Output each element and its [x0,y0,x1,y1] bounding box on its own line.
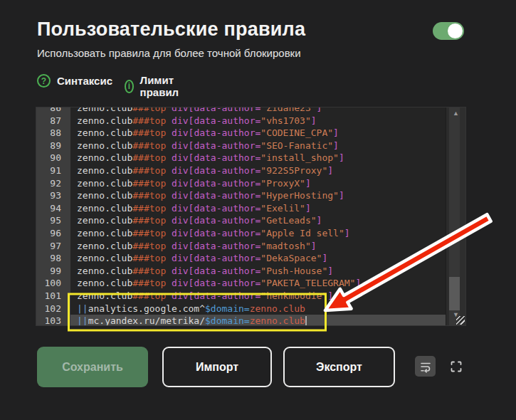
code-text[interactable]: zenno.club###top div[data-author="Apple … [70,227,446,240]
code-line[interactable]: 99zenno.club###top div[data-author="Push… [36,265,446,278]
line-number: 100 [36,277,70,290]
import-button[interactable]: Импорт [162,347,272,387]
line-number: 90 [36,152,70,164]
scrollbar-thumb[interactable] [449,277,460,310]
code-line[interactable]: 103||mc.yandex.ru/metrika/$domain=zenno.… [36,315,446,325]
line-number: 98 [36,252,70,265]
line-number: 102 [36,303,70,315]
toggle-knob [448,23,463,38]
export-button[interactable]: Экспорт [283,347,395,387]
code-text[interactable]: zenno.club###top div[data-author="Exelil… [70,202,446,215]
code-line[interactable]: 101zenno.club###top div[data-author="hen… [36,290,446,303]
scroll-up-icon[interactable]: ▲ [446,110,465,117]
page-subtitle: Использовать правила для более точной бл… [37,47,301,59]
line-number: 88 [36,127,70,140]
code-text[interactable]: ||mc.yandex.ru/metrika/$domain=zenno.clu… [70,315,446,325]
code-line[interactable]: 100zenno.club###top div[data-author="PAK… [36,277,446,290]
line-number: 93 [36,189,70,202]
line-number: 95 [36,214,70,227]
line-number: 99 [36,265,70,278]
code-line[interactable]: 102||analytics.google.com^$domain=zenno.… [36,303,446,315]
code-text[interactable]: zenno.club###top div[data-author="SEO-Fa… [70,140,446,152]
code-text[interactable]: zenno.club###top div[data-author="922S5P… [70,164,446,177]
code-text[interactable]: zenno.club###top div[data-author="Push-H… [70,265,446,278]
code-text[interactable]: zenno.club###top div[data-author="Zidane… [70,107,446,115]
page-title: Пользовательские правила [37,19,305,41]
rules-limit-label: Лимит правил [140,74,184,98]
line-number: 96 [36,227,70,240]
code-line[interactable]: 88zenno.club###top div[data-author="CODE… [36,127,446,140]
rules-code-editor[interactable]: 86zenno.club###top div[data-author="Zida… [36,107,466,326]
code-line[interactable]: 97zenno.club###top div[data-author="madt… [36,240,446,253]
code-text[interactable]: zenno.club###top div[data-author="instal… [70,152,446,164]
fullscreen-button[interactable] [446,357,465,376]
code-line[interactable]: 94zenno.club###top div[data-author="Exel… [36,202,446,215]
word-wrap-button[interactable] [415,356,436,377]
code-line[interactable]: 92zenno.club###top div[data-author="Prox… [36,177,446,190]
code-area[interactable]: 86zenno.club###top div[data-author="Zida… [36,107,446,325]
line-number: 97 [36,240,70,253]
word-wrap-icon [419,360,432,373]
code-text[interactable]: zenno.club###top div[data-author="henkmo… [70,290,446,303]
line-number: 94 [36,202,70,215]
rules-limit-link[interactable]: i Лимит правил [125,74,184,98]
code-text[interactable]: zenno.club###top div[data-author="CODEIN… [70,127,446,140]
rules-enabled-toggle[interactable] [433,22,464,40]
code-line[interactable]: 96zenno.club###top div[data-author="Appl… [36,227,446,240]
line-number: 92 [36,177,70,190]
code-text[interactable]: zenno.club###top div[data-author="DekaSp… [70,252,446,265]
line-number: 87 [36,115,70,127]
line-number: 86 [36,107,70,115]
code-lines: 86zenno.club###top div[data-author="Zida… [36,107,446,325]
resize-handle-icon[interactable] [456,316,465,325]
question-icon: ? [37,74,51,88]
code-text[interactable]: zenno.club###top div[data-author="PAKETA… [70,277,446,290]
line-number: 89 [36,140,70,152]
syntax-link[interactable]: ? Синтаксис [37,74,112,88]
syntax-link-label: Синтаксис [57,75,112,87]
info-icon: i [125,80,134,93]
code-line[interactable]: 86zenno.club###top div[data-author="Zida… [36,107,446,115]
text-cursor [305,316,307,325]
code-text[interactable]: zenno.club###top div[data-author="GetLea… [70,214,446,227]
code-line[interactable]: 93zenno.club###top div[data-author="Hype… [36,189,446,202]
code-line[interactable]: 91zenno.club###top div[data-author="922S… [36,164,446,177]
line-number: 101 [36,290,70,303]
code-text[interactable]: zenno.club###top div[data-author="vhs170… [70,115,446,127]
code-line[interactable]: 89zenno.club###top div[data-author="SEO-… [36,140,446,152]
vertical-scrollbar[interactable]: ▲ ▼ [446,107,465,325]
fullscreen-icon [449,359,463,374]
code-text[interactable]: zenno.club###top div[data-author="madtos… [70,240,446,253]
code-line[interactable]: 87zenno.club###top div[data-author="vhs1… [36,115,446,127]
code-line[interactable]: 98zenno.club###top div[data-author="Deka… [36,252,446,265]
code-text[interactable]: zenno.club###top div[data-author="HyperH… [70,189,446,202]
line-number: 103 [36,315,70,325]
save-button[interactable]: Сохранить [37,347,148,387]
code-line[interactable]: 95zenno.club###top div[data-author="GetL… [36,214,446,227]
line-number: 91 [36,164,70,177]
code-text[interactable]: zenno.club###top div[data-author="ProxyX… [70,177,446,190]
code-line[interactable]: 90zenno.club###top div[data-author="inst… [36,152,446,164]
code-text[interactable]: ||analytics.google.com^$domain=zenno.clu… [70,303,446,315]
custom-rules-panel: Пользовательские правила Использовать пр… [0,0,516,420]
